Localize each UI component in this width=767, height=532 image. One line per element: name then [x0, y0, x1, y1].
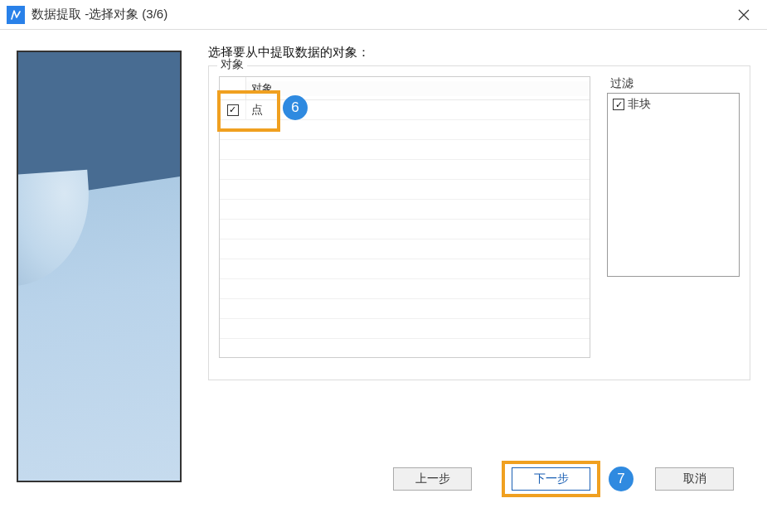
annotation-badge-7: 7	[609, 467, 634, 491]
object-row[interactable]: 点	[220, 100, 590, 120]
next-button[interactable]: 下一步	[512, 467, 590, 491]
object-list-header: 对象	[220, 77, 590, 100]
filter-item[interactable]: 非块	[613, 97, 734, 112]
instruction-text: 选择要从中提取数据的对象：	[208, 45, 750, 60]
content-area: 选择要从中提取数据的对象： 对象 对象 点	[0, 30, 767, 482]
preview-pane	[0, 30, 178, 482]
wizard-button-row: 上一步 下一步 7 取消	[393, 461, 734, 497]
groupbox-label: 对象	[217, 57, 247, 72]
filter-label: 过滤	[607, 76, 740, 91]
main-area: 选择要从中提取数据的对象： 对象 对象 点	[178, 30, 767, 482]
filter-box: 过滤 非块	[607, 76, 740, 275]
app-icon	[7, 6, 25, 24]
object-column-header: 对象	[246, 81, 590, 96]
object-groupbox: 对象 对象 点	[208, 65, 750, 380]
object-list[interactable]: 对象 点	[219, 76, 590, 358]
window-title: 数据提取 -选择对象 (3/6)	[32, 7, 727, 22]
filter-list[interactable]: 非块	[607, 93, 740, 277]
object-checkbox[interactable]	[227, 104, 239, 116]
titlebar: 数据提取 -选择对象 (3/6)	[0, 0, 767, 30]
cancel-button[interactable]: 取消	[655, 467, 734, 491]
prev-button[interactable]: 上一步	[393, 467, 472, 491]
wizard-preview-image	[17, 51, 182, 482]
close-button[interactable]	[727, 0, 760, 30]
filter-item-label: 非块	[628, 97, 651, 112]
filter-checkbox[interactable]	[613, 99, 624, 110]
object-label: 点	[246, 103, 590, 118]
